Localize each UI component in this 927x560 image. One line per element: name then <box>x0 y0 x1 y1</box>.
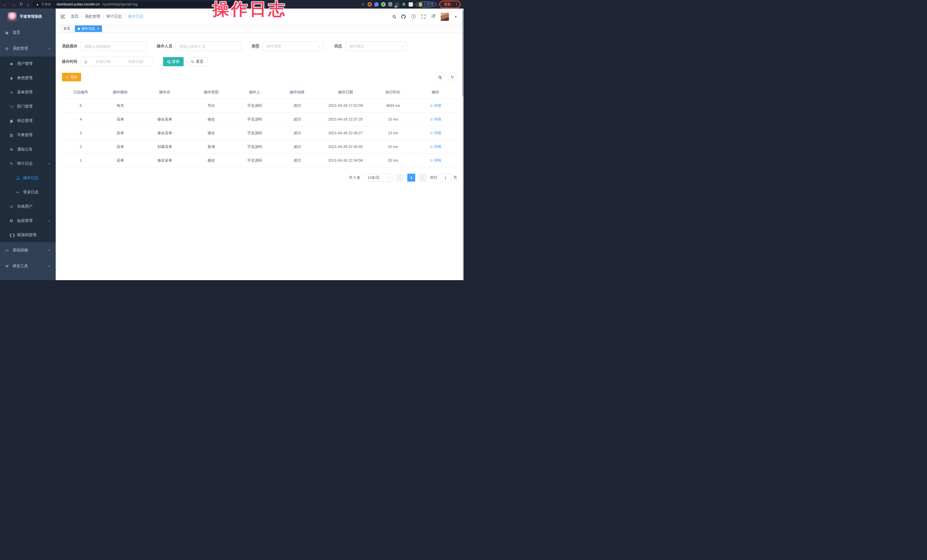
monitor-icon: ▭ <box>5 248 9 252</box>
extension-icon[interactable] <box>381 2 386 6</box>
operator-label: 操作人员 <box>157 44 172 49</box>
extension-icon[interactable] <box>374 2 379 6</box>
export-button[interactable]: ⇩ 导出 <box>62 73 81 81</box>
breadcrumb: 首页 / 系统管理 / 审计日志 / 操作日志 <box>71 14 143 19</box>
type-label: 类型 <box>252 44 259 49</box>
prev-page-button[interactable]: ‹ <box>396 174 404 182</box>
scrollbar[interactable] <box>462 9 464 280</box>
sidebar-item-system-management[interactable]: ⚙ 系统管理 <box>0 41 56 56</box>
chevron-down-icon <box>48 219 50 222</box>
show-search-button[interactable] <box>435 72 445 82</box>
tag-home[interactable]: 首页 <box>61 26 73 32</box>
browser-update-button[interactable]: 更新 <box>442 2 453 7</box>
chevron-down-icon <box>388 176 390 179</box>
chevron-down-icon <box>401 44 404 47</box>
extension-icon[interactable] <box>402 2 406 6</box>
breadcrumb-audit-log[interactable]: 审计日志 <box>106 14 122 19</box>
detail-link[interactable]: ⊙详细 <box>430 158 441 163</box>
breadcrumb-system-management[interactable]: 系统管理 <box>85 14 100 19</box>
chevron-up-icon <box>48 163 50 165</box>
github-icon[interactable] <box>401 14 406 19</box>
url-path: /system/log/operate-log <box>102 2 138 6</box>
back-icon[interactable]: ← <box>3 2 7 7</box>
goto-page-input[interactable] <box>440 174 451 182</box>
home-icon[interactable]: ⌂ <box>27 2 30 7</box>
font-size-icon[interactable]: TT <box>431 14 435 19</box>
caret-down-icon[interactable]: ▼ <box>454 15 457 18</box>
browser-menu-icon[interactable]: ⋮ <box>454 2 458 6</box>
refresh-icon: ↻ <box>191 60 194 64</box>
sidebar: 芋道管理系统 ◉ 首页 ⚙ 系统管理 ☻ 用户管理 ♟ 角色管理 <box>0 9 56 280</box>
module-input[interactable] <box>81 41 146 51</box>
eye-icon: ⊙ <box>430 158 433 162</box>
sidebar-item-audit-log[interactable]: ✎ 审计日志 <box>0 156 56 171</box>
extension-icon[interactable] <box>388 2 392 6</box>
sidebar-item-home[interactable]: ◉ 首页 <box>0 24 56 41</box>
sidebar-item-dev-tools[interactable]: ⚒ 研发工具 <box>0 258 56 274</box>
sidebar-item-sms-management[interactable]: ✪ 短信管理 <box>0 214 56 228</box>
app-logo-row[interactable]: 芋道管理系统 <box>0 9 56 24</box>
scrollbar-thumb[interactable] <box>462 11 463 97</box>
sidebar-item-error-code-management[interactable]: ❮❯ 错误码管理 <box>0 228 56 242</box>
breadcrumb-home[interactable]: 首页 <box>71 14 79 19</box>
extension-icon[interactable] <box>368 2 372 6</box>
sidebar-item-online-users[interactable]: ⊙ 在线用户 <box>0 199 56 214</box>
detail-link[interactable]: ⊙详细 <box>430 117 441 122</box>
profile-paused-chip[interactable]: 已暂停 <box>415 2 437 8</box>
help-icon[interactable]: ? <box>411 14 416 19</box>
close-icon[interactable]: × <box>97 27 99 31</box>
tag-operate-log[interactable]: 操作日志 × <box>75 26 102 32</box>
app-logo <box>8 12 17 21</box>
avatar[interactable] <box>441 12 449 21</box>
bookmark-star-icon[interactable]: ☆ <box>361 2 365 6</box>
system-management-submenu: ☻ 用户管理 ♟ 角色管理 ≡ 菜单管理 ⌥ 部门管理 ▣ 岗位管理 <box>0 56 56 242</box>
status-select[interactable]: 操作状态 <box>345 41 407 51</box>
operate-log-page: 系统模块 操作人员 类型 操作类型 <box>56 33 464 280</box>
page-size-select[interactable]: 10条/页 <box>364 174 392 182</box>
security-label[interactable]: 不安全 <box>41 2 52 6</box>
page-number-1[interactable]: 1 <box>407 174 415 182</box>
page-unit-label: 页 <box>453 175 457 180</box>
detail-link[interactable]: ⊙详细 <box>430 144 441 149</box>
search-icon[interactable] <box>393 15 395 18</box>
eye-icon: ⊙ <box>430 104 433 108</box>
extensions-puzzle-icon[interactable] <box>409 2 413 6</box>
sidebar-item-notice-announcement[interactable]: ✉ 通知公告 <box>0 142 56 156</box>
reload-icon[interactable]: ↻ <box>20 2 23 7</box>
goto-label: 前往 <box>430 175 438 180</box>
type-select[interactable]: 操作类型 <box>263 41 324 51</box>
eye-icon: ⊙ <box>430 131 433 135</box>
search-button[interactable]: 搜索 <box>163 57 184 66</box>
online-user-icon: ⊙ <box>9 205 14 209</box>
date-range-picker[interactable]: ▦ 开始日期 - 结束日期 <box>81 57 152 67</box>
col-log-id: 日志编号 <box>62 86 99 99</box>
sidebar-item-user-management[interactable]: ☻ 用户管理 <box>0 56 56 71</box>
sidebar-collapse-icon[interactable] <box>60 14 66 20</box>
eye-icon: ⊙ <box>430 145 433 149</box>
chevron-down-icon <box>48 248 50 251</box>
end-date-placeholder[interactable]: 结束日期 <box>122 59 149 64</box>
sidebar-item-operate-log[interactable]: ❏ 操作日志 <box>0 171 56 185</box>
start-date-placeholder[interactable]: 开始日期 <box>90 59 117 64</box>
col-date: 操作日期 <box>319 86 372 99</box>
sidebar-item-department-management[interactable]: ⌥ 部门管理 <box>0 99 56 114</box>
sidebar-item-post-management[interactable]: ▣ 岗位管理 <box>0 114 56 128</box>
forward-icon[interactable]: → <box>11 2 15 7</box>
operator-input[interactable] <box>176 41 241 51</box>
col-result: 操作结果 <box>275 86 319 99</box>
sidebar-item-role-management[interactable]: ♟ 角色管理 <box>0 71 56 85</box>
fullscreen-icon[interactable] <box>421 14 426 19</box>
detail-link[interactable]: ⊙详细 <box>430 103 441 108</box>
sidebar-item-infrastructure[interactable]: ▭ 基础设施 <box>0 242 56 258</box>
download-icon: ⇩ <box>66 75 68 79</box>
table-header-row: 日志编号 操作模块 操作名 操作类型 操作人 操作结果 操作日期 执行时长 操作 <box>62 86 457 99</box>
sidebar-item-login-log[interactable]: ↪ 登录日志 <box>0 185 56 199</box>
gear-icon: ⚙ <box>5 47 9 51</box>
reset-button[interactable]: ↻ 重置 <box>187 57 208 66</box>
refresh-table-button[interactable]: ↻ <box>447 72 457 82</box>
next-page-button[interactable]: › <box>419 174 427 182</box>
sidebar-item-dictionary-management[interactable]: ▤ 字典管理 <box>0 128 56 142</box>
extension-icon[interactable]: on <box>395 2 399 6</box>
sidebar-item-menu-management[interactable]: ≡ 菜单管理 <box>0 85 56 99</box>
detail-link[interactable]: ⊙详细 <box>430 131 441 136</box>
